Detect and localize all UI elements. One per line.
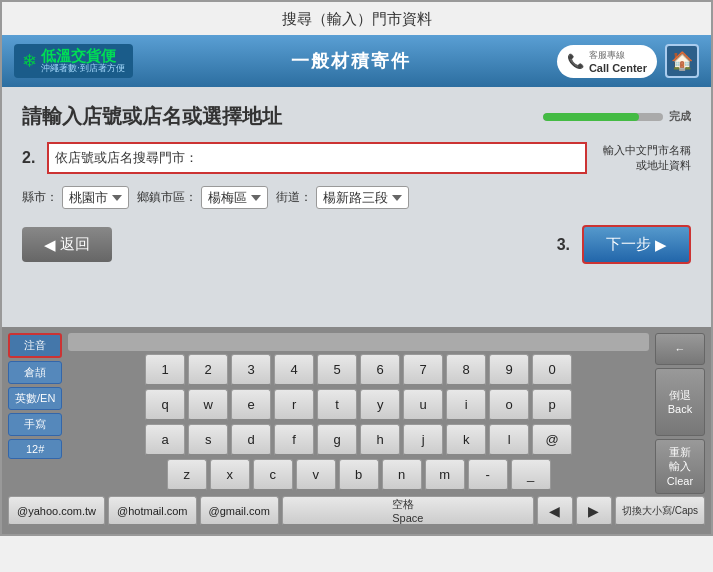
district-group: 鄉鎮市區： 楊梅區 [137, 186, 268, 209]
key-3[interactable]: 3 [231, 354, 271, 386]
mode-12hash-button[interactable]: 12# [8, 439, 62, 459]
call-center-label: 客服專線 [589, 49, 647, 62]
back-arrow-icon: ◀ [44, 236, 56, 254]
key-8[interactable]: 8 [446, 354, 486, 386]
logo: ❄ 低溫交貨便 沖繩著數‧到店著方便 [14, 44, 133, 78]
phone-icon: 📞 [567, 53, 584, 69]
key-w[interactable]: w [188, 389, 228, 421]
keyboard-main-section: 注音 倉頡 英數/EN 手寫 12# 1 2 3 4 5 6 7 8 [8, 333, 705, 494]
key-dash[interactable]: - [468, 459, 508, 491]
key-9[interactable]: 9 [489, 354, 529, 386]
key-s[interactable]: s [188, 424, 228, 456]
email-gmail-key[interactable]: @gmail.com [200, 496, 279, 526]
key-q[interactable]: q [145, 389, 185, 421]
logo-icon: ❄ [22, 50, 37, 72]
search-label: 依店號或店名搜尋門市： [55, 149, 198, 167]
county-group: 縣市： 桃園市 [22, 186, 129, 209]
next-button[interactable]: 下一步 ▶ [582, 225, 691, 264]
keyboard-mode-buttons: 注音 倉頡 英數/EN 手寫 12# [8, 333, 62, 494]
backspace-key[interactable]: ← [655, 333, 705, 365]
keyboard-row-zxcv: z x c v b n m - _ [68, 459, 649, 491]
section-title: 請輸入店號或店名或選擇地址 完成 [22, 103, 691, 130]
keyboard-spacer [68, 333, 649, 351]
header: ❄ 低溫交貨便 沖繩著數‧到店著方便 一般材積寄件 📞 客服專線 Call Ce… [2, 35, 711, 87]
back-button-label: 返回 [60, 235, 90, 254]
home-button[interactable]: 🏠 [665, 44, 699, 78]
back-button[interactable]: ◀ 返回 [22, 227, 112, 262]
key-at[interactable]: @ [532, 424, 572, 456]
key-m[interactable]: m [425, 459, 465, 491]
key-l[interactable]: l [489, 424, 529, 456]
arrow-left-key[interactable]: ◀ [537, 496, 573, 526]
progress-container: 完成 [543, 109, 691, 124]
key-7[interactable]: 7 [403, 354, 443, 386]
key-z[interactable]: z [167, 459, 207, 491]
key-x[interactable]: x [210, 459, 250, 491]
arrow-right-key[interactable]: ▶ [576, 496, 612, 526]
header-right: 📞 客服專線 Call Center 🏠 [557, 44, 699, 78]
key-0[interactable]: 0 [532, 354, 572, 386]
buttons-row: ◀ 返回 3. 下一步 ▶ [22, 225, 691, 264]
key-f[interactable]: f [274, 424, 314, 456]
next-arrow-icon: ▶ [655, 236, 667, 254]
email-hotmail-key[interactable]: @hotmail.com [108, 496, 196, 526]
key-e[interactable]: e [231, 389, 271, 421]
key-r[interactable]: r [274, 389, 314, 421]
search-input-wrapper[interactable]: 依店號或店名搜尋門市： [47, 142, 587, 174]
keyboard-bottom-row: @yahoo.com.tw @hotmail.com @gmail.com 空格… [8, 496, 705, 526]
key-t[interactable]: t [317, 389, 357, 421]
key-g[interactable]: g [317, 424, 357, 456]
search-hint: 輸入中文門市名稱 或地址資料 [603, 143, 691, 174]
key-o[interactable]: o [489, 389, 529, 421]
key-h[interactable]: h [360, 424, 400, 456]
keyboard-row-numbers: 1 2 3 4 5 6 7 8 9 0 [68, 354, 649, 386]
key-2[interactable]: 2 [188, 354, 228, 386]
search-row: 2. 依店號或店名搜尋門市： 輸入中文門市名稱 或地址資料 [22, 142, 691, 174]
key-n[interactable]: n [382, 459, 422, 491]
space-key[interactable]: 空格Space [282, 496, 534, 526]
next-button-label: 下一步 [606, 235, 651, 254]
key-1[interactable]: 1 [145, 354, 185, 386]
key-underscore[interactable]: _ [511, 459, 551, 491]
key-6[interactable]: 6 [360, 354, 400, 386]
key-j[interactable]: j [403, 424, 443, 456]
key-k[interactable]: k [446, 424, 486, 456]
search-input[interactable] [198, 150, 579, 166]
key-c[interactable]: c [253, 459, 293, 491]
street-label: 街道： [276, 189, 312, 206]
page-title: 搜尋（輸入）門市資料 [2, 2, 711, 35]
district-select[interactable]: 楊梅區 [201, 186, 268, 209]
key-4[interactable]: 4 [274, 354, 314, 386]
back-key[interactable]: 倒退Back [655, 368, 705, 436]
logo-text-main: 低溫交貨便 [41, 48, 125, 65]
mode-handwrite-button[interactable]: 手寫 [8, 413, 62, 436]
key-p[interactable]: p [532, 389, 572, 421]
step-2-number: 2. [22, 149, 35, 167]
key-i[interactable]: i [446, 389, 486, 421]
mode-zhuyin-button[interactable]: 注音 [8, 333, 62, 358]
home-icon: 🏠 [671, 50, 693, 72]
email-yahoo-key[interactable]: @yahoo.com.tw [8, 496, 105, 526]
key-u[interactable]: u [403, 389, 443, 421]
progress-label: 完成 [669, 109, 691, 124]
clear-key[interactable]: 重新輸入Clear [655, 439, 705, 494]
key-a[interactable]: a [145, 424, 185, 456]
keyboard-keys: 1 2 3 4 5 6 7 8 9 0 q w e r t [68, 333, 649, 494]
county-select[interactable]: 桃園市 [62, 186, 129, 209]
key-v[interactable]: v [296, 459, 336, 491]
street-select[interactable]: 楊新路三段 [316, 186, 409, 209]
caps-key[interactable]: 切換大小寫/Caps [615, 496, 705, 526]
key-5[interactable]: 5 [317, 354, 357, 386]
call-center-button[interactable]: 📞 客服專線 Call Center [557, 45, 657, 78]
keyboard-right-column: ← 倒退Back 重新輸入Clear [655, 333, 705, 494]
key-b[interactable]: b [339, 459, 379, 491]
key-d[interactable]: d [231, 424, 271, 456]
street-group: 街道： 楊新路三段 [276, 186, 409, 209]
mode-english-button[interactable]: 英數/EN [8, 387, 62, 410]
service-title: 一般材積寄件 [145, 49, 557, 73]
keyboard-area: 注音 倉頡 英數/EN 手寫 12# 1 2 3 4 5 6 7 8 [2, 327, 711, 534]
keyboard-row-qwerty: q w e r t y u i o p [68, 389, 649, 421]
key-y[interactable]: y [360, 389, 400, 421]
logo-text-sub: 沖繩著數‧到店著方便 [41, 64, 125, 74]
mode-cangjie-button[interactable]: 倉頡 [8, 361, 62, 384]
